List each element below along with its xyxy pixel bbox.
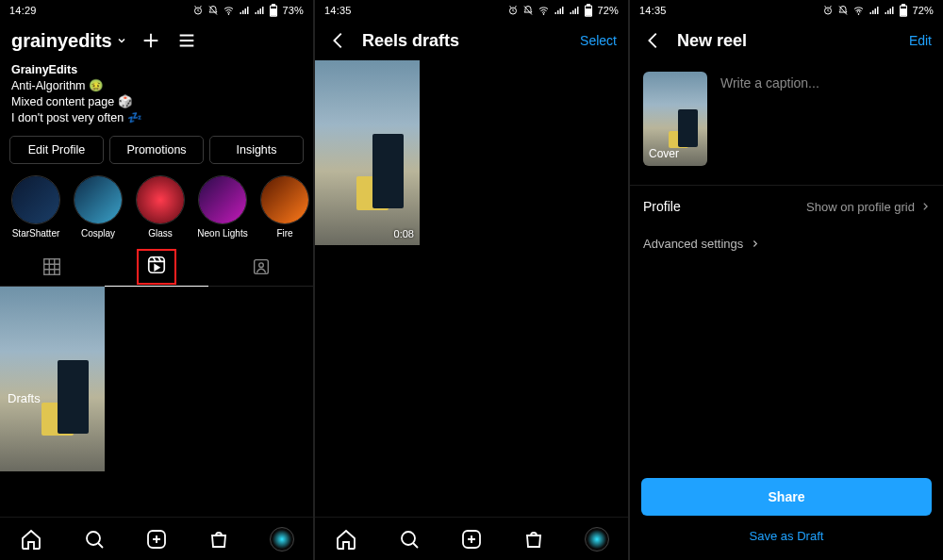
promotions-button[interactable]: Promotions [109, 136, 204, 164]
tab-reels[interactable] [105, 248, 209, 286]
bottom-nav [315, 517, 628, 560]
signal-icon [554, 5, 565, 16]
signal2-icon [254, 5, 265, 16]
cover-picker[interactable]: Cover [643, 72, 707, 166]
tab-grid[interactable] [0, 248, 105, 286]
profile-row[interactable]: Profile Show on profile grid [630, 185, 943, 227]
chevron-right-icon [920, 202, 930, 211]
advanced-settings-row[interactable]: Advanced settings [630, 227, 943, 251]
reels-drafts-grid: Drafts [0, 287, 313, 471]
grid-icon [41, 256, 62, 277]
caption-input[interactable]: Write a caption... [720, 72, 819, 166]
avatar-icon [270, 527, 294, 552]
bio-name: GrainyEdits [11, 62, 302, 78]
svg-rect-4 [272, 9, 276, 16]
alarm-icon [192, 5, 204, 16]
share-footer: Share Save as Draft [630, 478, 943, 560]
nav-search[interactable] [81, 526, 108, 552]
mute-icon [207, 5, 219, 16]
highlight-item[interactable]: Cosplay [72, 175, 124, 239]
wifi-icon [852, 5, 865, 16]
chevron-down-icon [116, 35, 127, 46]
svg-point-12 [543, 14, 544, 15]
menu-button[interactable] [174, 28, 199, 53]
battery-pct: 73% [282, 5, 304, 16]
highlight-label: Cosplay [81, 228, 115, 239]
screen-new-reel: 14:35 72% New reel Edit Cover Write a ca… [630, 0, 943, 560]
select-button[interactable]: Select [580, 33, 617, 48]
highlight-label: Glass [148, 228, 173, 239]
page-title: Reels drafts [362, 31, 569, 51]
bio-line: I don't post very often 💤 [11, 110, 302, 126]
highlight-item[interactable]: Glass [134, 175, 187, 239]
screen-reels-drafts: 14:35 72% Reels drafts Select 0:08 [315, 0, 628, 560]
save-draft-button[interactable]: Save as Draft [641, 516, 932, 545]
cover-label: Cover [649, 147, 679, 160]
battery-pct: 72% [597, 5, 619, 16]
nav-shop[interactable] [206, 526, 232, 552]
status-bar: 14:35 72% [630, 0, 943, 21]
alarm-icon [822, 5, 834, 16]
edit-profile-button[interactable]: Edit Profile [9, 136, 104, 164]
highlight-item[interactable]: Fire [258, 175, 311, 239]
drafts-tile[interactable]: Drafts [0, 287, 105, 471]
svg-rect-21 [902, 5, 905, 6]
drafts-label: Drafts [8, 391, 41, 405]
create-button[interactable] [139, 28, 163, 53]
bottom-nav [0, 517, 313, 560]
highlight-item[interactable]: StarShatter [9, 175, 62, 239]
page-title: New reel [677, 31, 898, 51]
highlight-label: StarShatter [12, 228, 60, 239]
svg-rect-5 [44, 258, 60, 274]
nav-create[interactable] [143, 526, 170, 552]
draft-thumbnail [0, 287, 105, 471]
draft-thumbnail [315, 60, 420, 245]
edit-button[interactable]: Edit [909, 33, 932, 48]
svg-point-8 [258, 262, 263, 267]
nav-home[interactable] [333, 526, 359, 552]
username-text: grainyedits [11, 30, 112, 52]
status-bar: 14:29 73% [0, 0, 313, 21]
profile-label: Profile [643, 199, 681, 214]
tab-tagged[interactable] [208, 248, 313, 286]
drafts-header: Reels drafts Select [315, 21, 628, 60]
status-time: 14:29 [9, 5, 37, 16]
svg-rect-3 [273, 5, 275, 6]
alarm-icon [507, 5, 519, 16]
signal2-icon [884, 5, 895, 16]
profile-value: Show on profile grid [806, 200, 915, 214]
insights-button[interactable]: Insights [209, 136, 304, 164]
newreel-header: New reel Edit [630, 21, 943, 60]
highlight-item[interactable]: Neon Lights [196, 175, 249, 239]
nav-search[interactable] [396, 526, 422, 552]
back-button[interactable] [326, 28, 351, 53]
profile-buttons: Edit Profile Promotions Insights [0, 136, 313, 175]
svg-point-19 [858, 14, 859, 15]
draft-item[interactable]: 0:08 [315, 60, 420, 245]
highlights-row[interactable]: StarShatterCosplayGlassNeon LightsFire [0, 175, 313, 244]
bio-line: Mixed content page 🎲 [11, 94, 302, 110]
svg-point-16 [402, 532, 415, 545]
signal2-icon [569, 5, 580, 16]
signal-icon [239, 5, 250, 16]
profile-header: grainyedits [0, 21, 313, 60]
share-button[interactable]: Share [641, 478, 932, 516]
svg-point-1 [228, 14, 229, 15]
nav-profile[interactable] [584, 526, 610, 552]
signal-icon [869, 5, 880, 16]
username-dropdown[interactable]: grainyedits [11, 30, 127, 52]
svg-rect-22 [902, 9, 906, 16]
draft-duration: 0:08 [394, 228, 414, 239]
battery-icon [899, 4, 908, 17]
highlight-label: Neon Lights [197, 228, 247, 239]
battery-pct: 72% [912, 5, 934, 16]
highlight-label: Fire [276, 228, 292, 239]
wifi-icon [538, 5, 550, 16]
back-button[interactable] [641, 28, 666, 53]
screen-profile: 14:29 73% grainyedits GrainyEdits Anti-A… [0, 0, 313, 560]
nav-profile[interactable] [269, 526, 295, 552]
nav-create[interactable] [458, 526, 485, 552]
svg-rect-15 [587, 9, 591, 16]
nav-home[interactable] [18, 526, 44, 552]
nav-shop[interactable] [521, 526, 547, 552]
